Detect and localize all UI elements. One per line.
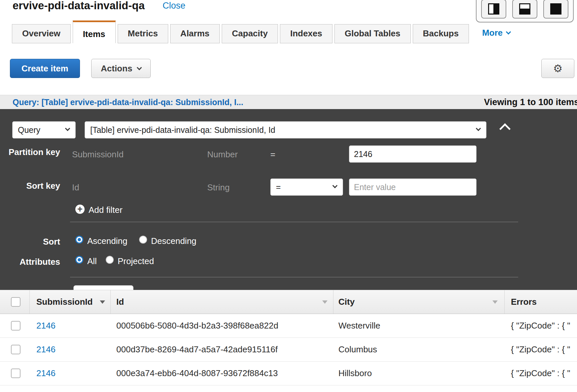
query-summary-link[interactable]: Query: [Table] ervive-pdi-data-invalid-q… [13,95,243,109]
chevron-down-icon [506,29,511,35]
tab-indexes[interactable]: Indexes [280,24,332,43]
tab-items[interactable]: Items [73,20,116,43]
cell-city: Columbus [338,338,377,361]
tab-global-tables[interactable]: Global Tables [334,24,411,43]
column-header-id[interactable]: Id [116,290,124,314]
table-row: 2146 000e3a74-ebb6-404d-8087-93672f884c1… [0,362,577,385]
table-header: SubmissionId Id City Errors [0,290,577,314]
column-menu-icon[interactable] [492,300,498,304]
collapse-panel-icon[interactable] [499,123,511,135]
partition-key-label: Partition key [0,146,60,158]
sort-key-operator-select[interactable]: = [270,178,343,196]
add-filter-button[interactable]: Add filter [89,205,123,215]
cell-city: Westerville [338,314,380,337]
radio-projected-label[interactable]: Projected [118,256,154,266]
column-header-submissionid[interactable]: SubmissionId [36,290,93,314]
table-row: 2146 000506b6-5080-4d3d-b2a3-398f68ea822… [0,314,577,338]
tab-metrics[interactable]: Metrics [118,24,168,43]
cell-id: 000506b6-5080-4d3d-b2a3-398f68ea822d [116,314,278,337]
column-header-errors[interactable]: Errors [511,290,537,314]
tab-alarms[interactable]: Alarms [170,24,220,43]
cell-submission-id-link[interactable]: 2146 [36,338,56,361]
row-checkbox[interactable] [11,369,20,378]
radio-ascending-label[interactable]: Ascending [87,236,127,246]
settings-button[interactable]: ⚙ [541,59,574,78]
sort-key-operator-value: = [276,182,281,192]
split-right-icon [488,3,499,15]
cell-id: 000e3a74-ebb6-404d-8087-93672f884c13 [116,362,278,385]
radio-projected[interactable] [106,256,114,264]
target-select[interactable]: [Table] ervive-pdi-data-invalid-qa: Subm… [85,121,486,138]
column-divider [29,290,30,314]
sort-arrow-icon[interactable] [100,300,105,304]
divider [70,277,518,277]
radio-descending[interactable] [139,236,147,244]
column-menu-icon[interactable] [322,300,327,304]
table-row: 2146 000d37be-8269-4ad7-a5a7-42ade915116… [0,338,577,362]
sort-key-name: Id [72,182,79,193]
column-divider [333,290,333,314]
column-header-city[interactable]: City [338,290,355,314]
sort-key-value-input[interactable] [349,178,477,196]
cell-errors: { "ZipCode" : { " [511,314,570,337]
partition-key-name: SubmissionId [72,149,124,160]
cell-submission-id-link[interactable]: 2146 [36,362,56,385]
chevron-down-icon [332,183,338,188]
radio-ascending[interactable] [75,236,83,244]
plus-icon[interactable]: + [75,205,85,214]
sort-key-label: Sort key [0,180,60,192]
layout-split-right-button[interactable] [481,0,506,19]
cell-id: 000d37be-8269-4ad7-a5a7-42ade915116f [116,338,278,361]
split-bottom-icon [519,3,530,15]
cell-city: Hillsboro [338,362,372,385]
operation-select-value: Query [18,125,40,135]
partition-key-type: Number [207,149,238,160]
column-divider [504,290,505,314]
viewing-count: Viewing 1 to 100 items [484,95,577,109]
layout-full-button[interactable] [543,0,568,19]
attributes-label: Attributes [0,256,60,268]
query-panel: Query [Table] ervive-pdi-data-invalid-qa… [0,109,577,290]
page-title: ervive-pdi-data-invalid-qa [13,0,145,12]
actions-button[interactable]: Actions [91,59,151,78]
cell-errors: { "ZipCode" : { " [511,338,570,361]
radio-all-label[interactable]: All [87,256,97,266]
close-link[interactable]: Close [163,1,185,11]
chevron-down-icon [137,65,142,70]
tab-more-menu[interactable]: More [482,28,510,38]
tab-bar: Overview Items Metrics Alarms Capacity I… [12,20,510,43]
partition-key-value-input[interactable] [349,145,477,163]
target-select-value: [Table] ervive-pdi-data-invalid-qa: Subm… [90,125,275,135]
start-search-button[interactable]: Start search [73,285,134,290]
chevron-down-icon [65,126,70,131]
more-label: More [482,28,503,38]
tab-backups[interactable]: Backups [413,24,469,43]
gear-icon: ⚙ [553,62,563,75]
column-divider [110,290,111,314]
tab-capacity[interactable]: Capacity [222,24,278,43]
radio-all[interactable] [75,256,83,264]
partition-key-operator: = [270,149,275,160]
layout-split-bottom-button[interactable] [512,0,537,19]
query-summary-bar: Query: [Table] ervive-pdi-data-invalid-q… [0,95,577,109]
divider [70,222,518,222]
row-checkbox[interactable] [11,345,20,354]
select-all-checkbox[interactable] [11,297,20,307]
tab-overview[interactable]: Overview [12,24,71,43]
full-view-icon [550,3,561,15]
actions-label: Actions [101,63,132,74]
create-item-button[interactable]: Create item [10,59,80,78]
radio-descending-label[interactable]: Descending [151,236,196,246]
cell-submission-id-link[interactable]: 2146 [36,314,56,337]
cell-errors: { "ZipCode" : { " [511,362,570,385]
layout-toggle-group [476,0,574,22]
row-checkbox[interactable] [11,321,20,331]
sort-label: Sort [0,236,60,248]
operation-select[interactable]: Query [12,121,76,138]
sort-key-type: String [207,182,230,193]
chevron-down-icon [476,126,481,131]
